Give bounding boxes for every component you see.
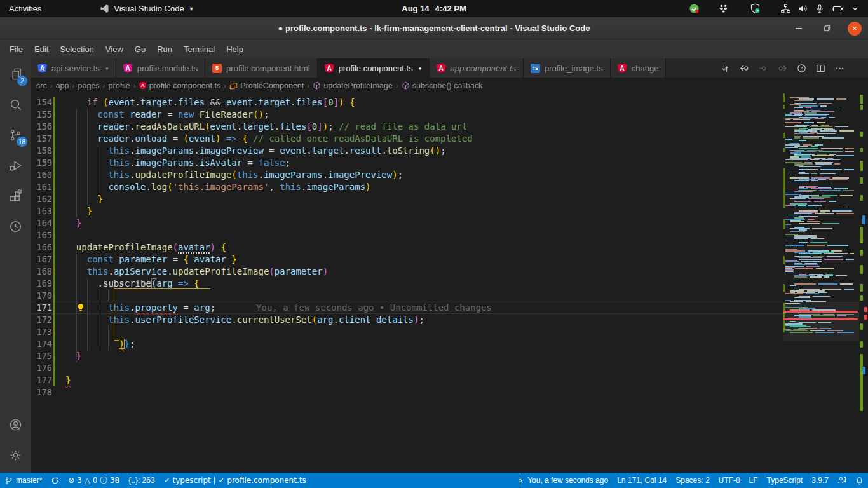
code-line-171[interactable]: 171 this.property = arg;You, a few secon… xyxy=(31,302,783,314)
overview-ruler[interactable] xyxy=(859,93,868,473)
code-line-177[interactable]: 177} xyxy=(31,374,783,386)
sidebar-item-source-control[interactable]: 18 xyxy=(0,119,31,150)
code-line-154[interactable]: 154 if (event.target.files && event.targ… xyxy=(31,97,783,109)
maximize-button[interactable] xyxy=(820,22,834,36)
code-line-160[interactable]: 160 this.updateProfileImage(this.imagePa… xyxy=(31,169,783,181)
tab-label: profile_image.ts xyxy=(545,64,603,73)
breadcrumb-item-src[interactable]: src xyxy=(36,81,47,90)
code-line-157[interactable]: 157 reader.onload = (event) => { // call… xyxy=(31,133,783,145)
eol-status[interactable]: LF xyxy=(745,473,763,488)
code-line-168[interactable]: 168 this.apiService.updateProfileImage(p… xyxy=(31,266,783,278)
code-line-166[interactable]: 166 updateProfileImage(avatar) { xyxy=(31,241,783,254)
code-line-159[interactable]: 159 this.imageParams.isAvatar = false; xyxy=(31,157,783,169)
tab-app-component-ts[interactable]: Aapp.component.ts xyxy=(430,58,524,78)
run-and-debug-icon xyxy=(8,158,23,173)
code-line-169[interactable]: 169 .subscribe(arg => { xyxy=(31,278,783,290)
compare-changes-icon[interactable] xyxy=(720,63,731,74)
breadcrumb-item-profile[interactable]: profile xyxy=(109,81,130,90)
menu-help[interactable]: Help xyxy=(220,42,249,57)
menu-run[interactable]: Run xyxy=(151,42,178,57)
minimap-slider[interactable] xyxy=(783,302,859,341)
breadcrumb-item-profile-component-ts[interactable]: Aprofile.component.ts xyxy=(139,81,221,90)
microphone-icon[interactable] xyxy=(811,4,828,13)
sidebar-item-gitlens[interactable] xyxy=(0,211,31,241)
network-icon[interactable] xyxy=(777,4,794,13)
code-line-167[interactable]: 167 const parameter = { avatar } xyxy=(31,254,783,266)
ts-version[interactable]: 3.9.7 xyxy=(807,473,833,488)
minimap[interactable] xyxy=(783,93,859,473)
breadcrumb-item-profilecomponent[interactable]: ProfileComponent xyxy=(229,81,304,90)
sync-status[interactable] xyxy=(46,473,64,488)
branch-status[interactable]: master* xyxy=(0,473,46,488)
tray-chevron-icon[interactable] xyxy=(847,4,863,13)
label: ⊗ 3 △ 0 ⓘ 38 xyxy=(68,475,119,486)
bracket-count-status[interactable]: {..}: 263 xyxy=(124,473,159,488)
code-line-155[interactable]: 155 const reader = new FileReader(); xyxy=(31,109,783,121)
code-line-165[interactable]: 165 xyxy=(31,229,783,241)
code-editor[interactable]: 154 if (event.target.files && event.targ… xyxy=(31,93,868,473)
breadcrumb-item-pages[interactable]: pages xyxy=(78,81,100,90)
security-shield-icon[interactable] xyxy=(746,3,764,14)
cursor-position[interactable]: Ln 171, Col 14 xyxy=(613,473,671,488)
language-mode[interactable]: TypeScript xyxy=(763,473,808,488)
minimize-button[interactable] xyxy=(792,22,806,36)
encoding-status[interactable]: UTF-8 xyxy=(714,473,745,488)
code-line-172[interactable]: 172 this.userProfileService.currentUserS… xyxy=(31,314,783,326)
problems-status[interactable]: ⊗ 3 △ 0 ⓘ 38 xyxy=(64,473,124,488)
tab-profile-component-html[interactable]: 5profile.component.html xyxy=(205,58,318,78)
breadcrumb-item-updateprofileimage[interactable]: updateProfileImage xyxy=(313,81,392,90)
tab-profile-component-ts[interactable]: Aprofile.component.ts● xyxy=(318,58,430,78)
sidebar-item-manage[interactable] xyxy=(0,440,31,470)
menu-selection[interactable]: Selection xyxy=(54,42,99,57)
ruler-mark xyxy=(860,265,863,274)
ruler-mark xyxy=(860,161,863,171)
more-actions-icon[interactable] xyxy=(834,63,845,74)
dropbox-icon[interactable] xyxy=(715,4,732,13)
tab-profile-module-ts[interactable]: Aprofile.module.ts xyxy=(116,58,205,78)
battery-icon[interactable] xyxy=(828,4,847,13)
sidebar-item-explorer[interactable]: 2 xyxy=(0,58,31,89)
code-line-156[interactable]: 156 reader.readAsDataURL(event.target.fi… xyxy=(31,121,783,133)
menu-view[interactable]: View xyxy=(100,42,129,57)
app-menu-button[interactable]: Visual Studio Code ▼ xyxy=(100,4,194,13)
sidebar-item-extensions[interactable] xyxy=(0,180,31,211)
code-line-164[interactable]: 164 } xyxy=(31,217,783,229)
code-line-161[interactable]: 161 console.log('this.imageParams', this… xyxy=(31,181,783,193)
menu-terminal[interactable]: Terminal xyxy=(178,42,220,57)
feedback-button[interactable] xyxy=(833,473,851,488)
code-line-175[interactable]: 175 } xyxy=(31,350,783,362)
tab-profile-image-ts[interactable]: TSprofile_image.ts xyxy=(524,58,611,78)
notifications-bell[interactable] xyxy=(851,473,868,488)
blame-status[interactable]: You, a few seconds ago xyxy=(512,473,613,488)
window-title-bar[interactable]: ● profile.component.ts - lk-firm-managem… xyxy=(0,17,868,39)
tab-change[interactable]: Achange xyxy=(611,58,667,78)
menu-go[interactable]: Go xyxy=(129,42,151,57)
vscode-logo-icon xyxy=(100,4,109,13)
sidebar-item-run-and-debug[interactable] xyxy=(0,150,31,180)
breadcrumb-item-app[interactable]: app xyxy=(56,81,69,90)
code-line-158[interactable]: 158 this.imageParams.imagePreview = even… xyxy=(31,145,783,157)
code-line-170[interactable]: 170 xyxy=(31,290,783,302)
updates-ok-icon[interactable] xyxy=(685,3,703,14)
activities-button[interactable]: Activities xyxy=(0,4,50,13)
indentation-status[interactable]: Spaces: 2 xyxy=(671,473,714,488)
menu-edit[interactable]: Edit xyxy=(29,42,54,57)
run-timer-icon[interactable] xyxy=(796,63,807,74)
code-line-163[interactable]: 163 } xyxy=(31,205,783,217)
tab-api-service-ts[interactable]: Aapi.service.ts● xyxy=(31,58,116,78)
split-editor-icon[interactable] xyxy=(815,63,826,74)
code-line-173[interactable]: 173 xyxy=(31,326,783,338)
clock[interactable]: Aug 14 4:42 PM xyxy=(402,4,466,13)
linter-status[interactable]: ✓ typescript | ✓ profile.component.ts xyxy=(159,473,311,488)
sidebar-item-accounts[interactable] xyxy=(0,409,31,440)
breadcrumb-item-subscribe-callback[interactable]: subscribe() callback xyxy=(402,81,482,90)
navigate-back-icon[interactable] xyxy=(739,63,750,74)
volume-icon[interactable] xyxy=(794,4,811,13)
code-line-178[interactable]: 178 xyxy=(31,386,783,398)
sidebar-item-search[interactable] xyxy=(0,89,31,119)
code-line-174[interactable]: 174 )}; xyxy=(31,338,783,350)
menu-file[interactable]: File xyxy=(4,42,29,57)
code-line-162[interactable]: 162 } xyxy=(31,193,783,205)
close-button[interactable]: × xyxy=(848,22,862,36)
code-line-176[interactable]: 176 xyxy=(31,362,783,374)
